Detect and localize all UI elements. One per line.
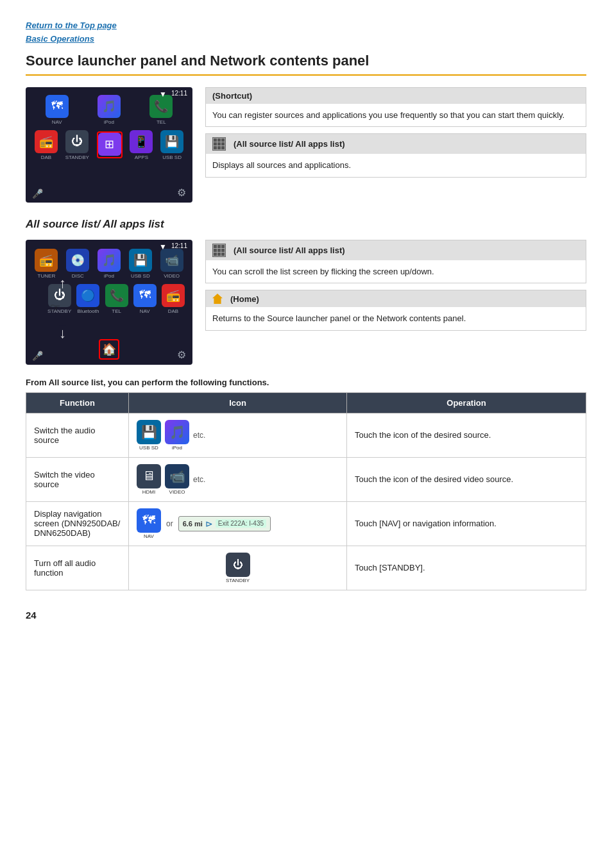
col-operation: Operation (347, 392, 586, 413)
allsource-box1-body: Displays all sources and applications. (206, 154, 586, 177)
breadcrumb: Return to the Top page Basic Operations (26, 19, 586, 46)
wifi-icon2: ▼ (159, 242, 167, 251)
hand-swipe-icon: ☞ (50, 301, 60, 315)
allsource-box1-header: (All source list/ All apps list) (206, 134, 586, 154)
mic-icon: 🎤 (32, 188, 43, 199)
swipe-up-arrow: ↑ (59, 275, 66, 292)
screen2-image: ▼ 12:11 📻 TUNER 💿 DISC 🎵 iPod 💾 USB SD 📹 (26, 240, 192, 365)
ipod-icon: 🎵 iPod (98, 95, 121, 125)
nav-icon-group: 🗺 NAV or 6.6 mi ⊳ Exit 222A: I-435 (137, 508, 339, 539)
ipod-icon2: 🎵 iPod (98, 249, 121, 279)
gear-icon: ⚙ (177, 187, 186, 199)
allsource-box2-title: (All source list/ All apps list) (234, 246, 345, 255)
home-button-highlight: 🏠 (99, 339, 119, 360)
nav-table-icon: 🗺 NAV (137, 508, 161, 539)
tuner-icon: 📻 TUNER (35, 249, 58, 279)
icon-cell-audio: 💾 USB SD 🎵 iPod etc. (129, 413, 347, 457)
usbsd-icon2: 💾 USB SD (129, 249, 152, 279)
table-intro: From All source list, you can perform th… (26, 378, 586, 387)
shortcut-header: (Shortcut) (206, 88, 586, 104)
table-row: Turn off all audio function ⏻ STANDBY To… (26, 546, 586, 590)
col-icon: Icon (129, 392, 347, 413)
icon-cell-standby: ⏻ STANDBY (129, 546, 347, 590)
apps-icon: 📱 APPS (130, 130, 153, 160)
operation-cell-standby: Touch [STANDBY]. (347, 546, 586, 590)
screen1-time: 12:11 (171, 90, 187, 97)
home-box-title: (Home) (230, 294, 259, 304)
tel-icon: 📞 TEL (149, 95, 173, 125)
wifi-icon: ▼ (159, 90, 167, 99)
allsource-box2-header: (All source list/ All apps list) (206, 240, 586, 260)
gear-icon2: ⚙ (177, 349, 186, 361)
allsource-box1: (All source list/ All apps list) Display… (205, 133, 586, 178)
breadcrumb-link-basic[interactable]: Basic Operations (26, 33, 586, 46)
dab-icon2: 📻 DAB (162, 284, 185, 314)
page-number: 24 (26, 610, 586, 621)
middle-info-panel: (All source list/ All apps list) You can… (205, 240, 586, 365)
bluetooth-icon: 🔵 Bluetooth (76, 284, 99, 314)
mic-icon2: 🎤 (32, 351, 43, 361)
section2-title: All source list/ All apps list (26, 218, 586, 231)
shortcut-body: You can register sources and application… (206, 104, 586, 127)
function-cell-standby: Turn off all audio function (26, 546, 129, 590)
etc-label1: etc. (193, 431, 205, 440)
usbsd-icon: 💾 USB SD (160, 130, 183, 160)
page-title: Source launcher panel and Network conten… (26, 53, 586, 76)
ipod-table-icon: 🎵 iPod (165, 420, 189, 451)
standby-table-icon: ⏻ STANDBY (137, 553, 339, 583)
breadcrumb-link-top[interactable]: Return to the Top page (26, 19, 586, 33)
icon-cell-video: 🖥 HDMI 📹 VIDEO etc. (129, 457, 347, 501)
video-icon-group: 🖥 HDMI 📹 VIDEO etc. (137, 464, 339, 495)
operation-cell-nav: Touch [NAV] or navigation information. (347, 501, 586, 546)
usbsd-table-icon: 💾 USB SD (137, 420, 161, 451)
tel-icon2: 📞 TEL (105, 284, 128, 314)
table-row: Switch the video source 🖥 HDMI 📹 VIDEO e… (26, 457, 586, 501)
nav-icon2: 🗺 NAV (133, 284, 157, 314)
col-function: Function (26, 392, 129, 413)
table-row: Switch the audio source 💾 USB SD 🎵 iPod … (26, 413, 586, 457)
top-info-panel: (Shortcut) You can register sources and … (205, 87, 586, 203)
grid-icon-highlight: ⊞ (97, 131, 123, 158)
screen1-image: ▼ 12:11 🗺 NAV 🎵 iPod 📞 TEL 📻 DAB (26, 87, 192, 203)
functions-table: Function Icon Operation Switch the audio… (26, 392, 586, 590)
home-box-body: Returns to the Source launcher panel or … (206, 307, 586, 330)
allsource-box1-title: (All source list/ All apps list) (234, 139, 345, 149)
shortcut-box: (Shortcut) You can register sources and … (205, 87, 586, 128)
allsource-box2-body: You can scroll the list screen by flicki… (206, 260, 586, 283)
icon-cell-nav: 🗺 NAV or 6.6 mi ⊳ Exit 222A: I-435 (129, 501, 347, 546)
operation-cell-audio: Touch the icon of the desired source. (347, 413, 586, 457)
hdmi-table-icon: 🖥 HDMI (137, 464, 161, 495)
middle-section: ▼ 12:11 📻 TUNER 💿 DISC 🎵 iPod 💾 USB SD 📹 (26, 240, 586, 365)
etc-label2: etc. (193, 475, 205, 484)
nav-info-display: 6.6 mi ⊳ Exit 222A: I-435 (178, 516, 271, 531)
dab-icon: 📻 DAB (35, 130, 58, 160)
table-row: Display navigation screen (DNN9250DAB/ D… (26, 501, 586, 546)
video-icon: 📹 VIDEO (160, 249, 183, 279)
standby-icon: ⏻ STANDBY (65, 130, 89, 160)
function-cell-video: Switch the video source (26, 457, 129, 501)
disc-icon: 💿 DISC (66, 249, 89, 279)
function-cell-audio: Switch the audio source (26, 413, 129, 457)
function-cell-nav: Display navigation screen (DNN9250DAB/ D… (26, 501, 129, 546)
home-box-header: (Home) (206, 290, 586, 307)
operation-cell-video: Touch the icon of the desired video sour… (347, 457, 586, 501)
screen2-time: 12:11 (171, 242, 187, 249)
allsource-box2: (All source list/ All apps list) You can… (205, 240, 586, 284)
video-table-icon: 📹 VIDEO (165, 464, 189, 495)
top-section: ▼ 12:11 🗺 NAV 🎵 iPod 📞 TEL 📻 DAB (26, 87, 586, 203)
swipe-down-arrow: ↓ (59, 325, 66, 342)
nav-icon: 🗺 NAV (46, 95, 69, 125)
home-box: (Home) Returns to the Source launcher pa… (205, 290, 586, 331)
audio-icon-group: 💾 USB SD 🎵 iPod etc. (137, 420, 339, 451)
